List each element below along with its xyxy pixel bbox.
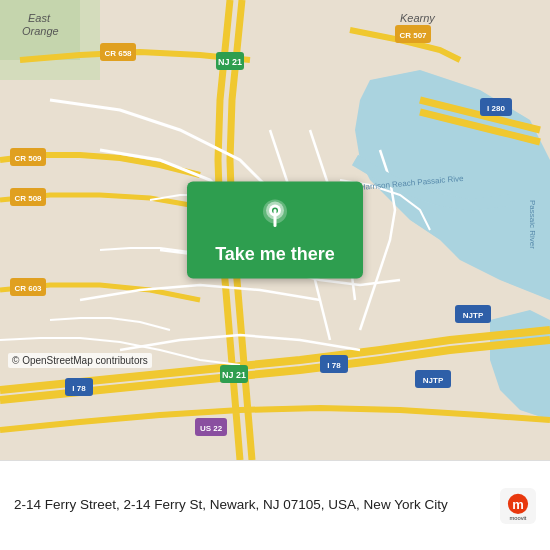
osm-credit-text: © OpenStreetMap contributors — [12, 355, 148, 366]
svg-text:NJTP: NJTP — [423, 376, 444, 385]
svg-text:US 22: US 22 — [200, 424, 223, 433]
svg-text:NJ 21: NJ 21 — [222, 370, 246, 380]
svg-text:I 78: I 78 — [72, 384, 86, 393]
moovit-logo-icon: m moovit — [500, 488, 536, 524]
location-pin-icon — [255, 196, 295, 236]
svg-text:moovit: moovit — [510, 514, 527, 520]
svg-text:CR 509: CR 509 — [14, 154, 42, 163]
svg-text:East: East — [28, 12, 51, 24]
svg-text:CR 603: CR 603 — [14, 284, 42, 293]
moovit-logo: m moovit — [500, 488, 536, 524]
svg-text:CR 508: CR 508 — [14, 194, 42, 203]
svg-text:I 78: I 78 — [327, 361, 341, 370]
svg-text:CR 507: CR 507 — [399, 31, 427, 40]
svg-text:CR 658: CR 658 — [104, 49, 132, 58]
bottom-bar: 2-14 Ferry Street, 2-14 Ferry St, Newark… — [0, 460, 550, 550]
svg-text:Kearny: Kearny — [400, 12, 436, 24]
map-container: NJ 21 NJ 21 NJ 21 I 78 I 78 I 280 CR 658… — [0, 0, 550, 460]
svg-text:NJTP: NJTP — [463, 311, 484, 320]
svg-text:Orange: Orange — [22, 25, 59, 37]
osm-credit: © OpenStreetMap contributors — [8, 353, 152, 368]
svg-text:I 280: I 280 — [487, 104, 505, 113]
take-me-there-label: Take me there — [215, 244, 335, 265]
address-text: 2-14 Ferry Street, 2-14 Ferry St, Newark… — [14, 496, 490, 515]
svg-text:Passaic River: Passaic River — [528, 200, 537, 249]
take-me-there-button[interactable]: Take me there — [187, 182, 363, 279]
svg-text:m: m — [512, 496, 524, 511]
svg-text:NJ 21: NJ 21 — [218, 57, 242, 67]
